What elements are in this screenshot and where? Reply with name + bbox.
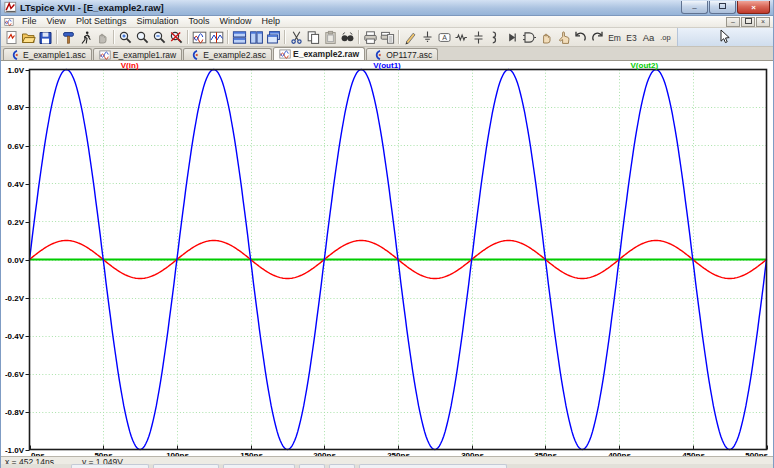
menu-tools[interactable]: Tools	[183, 16, 214, 27]
menu-window[interactable]: Window	[214, 16, 256, 27]
toolbar-separator	[284, 30, 286, 44]
trace-legend: V(in)V(out1)V(out2)	[1, 61, 773, 70]
minimize-button[interactable]: –	[681, 1, 708, 14]
ground-icon	[420, 30, 435, 45]
undo-button[interactable]	[572, 29, 589, 45]
tile-vertical-button[interactable]	[248, 29, 265, 45]
svg-text:-0.8V: -0.8V	[5, 408, 25, 417]
restore-button[interactable]	[709, 1, 736, 14]
document-waveform-icon	[3, 17, 15, 27]
find-button[interactable]	[339, 29, 356, 45]
tab-label: E_example2.raw	[293, 49, 359, 59]
toolbar-separator	[113, 30, 115, 44]
print-preview-button[interactable]	[379, 29, 396, 45]
rotate-button[interactable]: E3	[623, 29, 640, 45]
menu-help[interactable]: Help	[256, 16, 285, 27]
mdi-minimize-button[interactable]: –	[726, 17, 740, 27]
toolbar-separator	[187, 30, 189, 44]
tile-horizontal-button[interactable]	[231, 29, 248, 45]
svg-text:0.2V: 0.2V	[8, 218, 25, 227]
new-schematic-button[interactable]	[3, 29, 20, 45]
ltspice-window: LTspice XVII - [E_example2.raw] –× FileV…	[0, 0, 774, 468]
zoom-full-extents-button[interactable]	[168, 29, 185, 45]
menu-simulation[interactable]: Simulation	[131, 16, 183, 27]
save-icon	[38, 30, 53, 45]
mdi-close-button[interactable]: ×	[756, 17, 770, 27]
zoom-area-icon	[118, 30, 133, 45]
zoom-back-button[interactable]	[134, 29, 151, 45]
redo-button[interactable]	[589, 29, 606, 45]
drag-button[interactable]	[555, 29, 572, 45]
diode-icon	[505, 30, 520, 45]
mirror-button[interactable]: Em	[606, 29, 623, 45]
status-bar: x = 452.14ns y = 1.049V	[1, 456, 773, 468]
net-label-button[interactable]: A	[436, 29, 453, 45]
tab-e-example2-asc[interactable]: E_example2.asc	[183, 48, 272, 60]
mirror-icon: Em	[607, 30, 622, 45]
open-file-button[interactable]	[20, 29, 37, 45]
trace-label-v-in[interactable]: V(in)	[1, 61, 258, 70]
svg-text:.op: .op	[660, 33, 670, 42]
tab-e-example1-raw[interactable]: E_example1.raw	[93, 48, 182, 60]
component-button[interactable]	[521, 29, 538, 45]
zoom-out-button[interactable]	[151, 29, 168, 45]
toolbar-separator	[56, 30, 58, 44]
menu-view[interactable]: View	[42, 16, 71, 27]
print-button[interactable]	[362, 29, 379, 45]
tab-e-example1-asc[interactable]: E_example1.asc	[3, 48, 92, 60]
restore-icon	[745, 18, 752, 24]
tile-vertical-icon	[249, 30, 264, 45]
zoom-out-icon	[152, 30, 167, 45]
resistor-button[interactable]	[453, 29, 470, 45]
inductor-button[interactable]	[487, 29, 504, 45]
menu-file[interactable]: File	[17, 16, 42, 27]
autorange-y-button[interactable]	[191, 29, 208, 45]
trace-label-v-out1[interactable]: V(out1)	[258, 61, 515, 70]
new-schematic-icon	[4, 30, 19, 45]
toolbar: AEmE3Aa.op	[1, 28, 773, 47]
cut-button[interactable]	[288, 29, 305, 45]
tab-op1177-asc[interactable]: OP1177.asc	[366, 48, 438, 60]
tab-e-example2-raw[interactable]: E_example2.raw	[273, 47, 365, 60]
plot-settings-icon	[209, 30, 224, 45]
spice-directive-button[interactable]: .op	[657, 29, 674, 45]
control-panel-button[interactable]	[60, 29, 77, 45]
close-button[interactable]: ×	[737, 1, 770, 14]
diode-button[interactable]	[504, 29, 521, 45]
print-preview-icon	[380, 30, 395, 45]
print-icon	[363, 30, 378, 45]
text-button[interactable]: Aa	[640, 29, 657, 45]
move-button[interactable]	[538, 29, 555, 45]
halt-icon	[95, 30, 110, 45]
net-label-icon: A	[437, 30, 452, 45]
run-button[interactable]	[77, 29, 94, 45]
wire-button[interactable]	[402, 29, 419, 45]
capacitor-button[interactable]	[470, 29, 487, 45]
taskbar-button-top	[299, 464, 325, 468]
ltspice-app-icon	[4, 1, 17, 14]
tab-bar: E_example1.ascE_example1.rawE_example2.a…	[1, 47, 773, 61]
zoom-back-icon	[135, 30, 150, 45]
svg-text:A: A	[442, 34, 447, 41]
trace-label-v-out2[interactable]: V(out2)	[516, 61, 773, 70]
toolbar-separator	[358, 30, 360, 44]
save-button[interactable]	[37, 29, 54, 45]
toolbar-empty-area	[677, 28, 773, 46]
cascade-windows-button[interactable]	[265, 29, 282, 45]
paste-button[interactable]	[322, 29, 339, 45]
ground-button[interactable]	[419, 29, 436, 45]
waveform-file-icon	[99, 49, 111, 61]
spice-directive-icon: .op	[658, 30, 673, 45]
svg-text:Aa: Aa	[643, 31, 655, 42]
zoom-area-button[interactable]	[117, 29, 134, 45]
mdi-restore-button[interactable]	[741, 17, 755, 27]
menu-plot-settings[interactable]: Plot Settings	[71, 16, 132, 27]
control-panel-icon	[61, 30, 76, 45]
copy-button[interactable]	[305, 29, 322, 45]
halt-button[interactable]	[94, 29, 111, 45]
toolbar-separator	[398, 30, 400, 44]
waveform-plot[interactable]: 0ns50ns100ns150ns200ns250ns300ns350ns400…	[1, 61, 773, 456]
plot-settings-button[interactable]	[208, 29, 225, 45]
rotate-icon: E3	[624, 30, 639, 45]
tab-label: E_example2.asc	[203, 50, 266, 60]
